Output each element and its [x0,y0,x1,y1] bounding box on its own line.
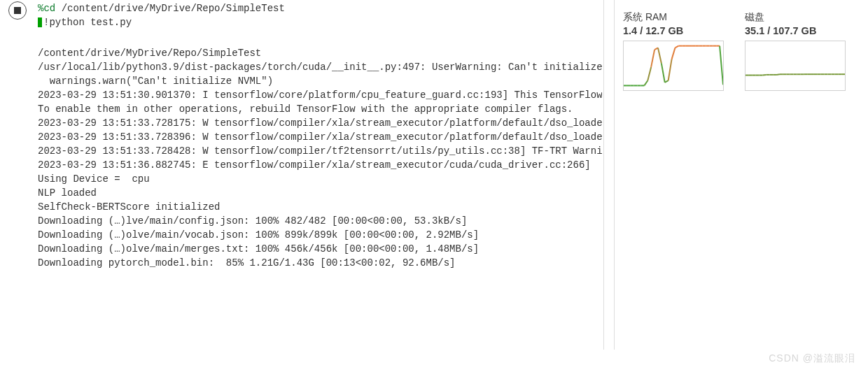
svg-line-12 [665,80,668,83]
ram-card: 系统 RAM 1.4 / 12.7 GB [623,11,728,91]
output-line: Downloading pytorch_model.bin: 85% 1.21G… [38,256,599,270]
output-line: Downloading (…)olve/main/vocab.json: 100… [38,228,599,242]
output-line: 2023-03-29 13:51:33.728428: W tensorflow… [38,144,599,158]
output-line: Downloading (…)olve/main/merges.txt: 100… [38,242,599,256]
ram-chart [623,41,724,91]
ram-value: 1.4 / 12.7 GB [623,25,728,36]
watermark: CSDN @溢流眼泪 [769,352,855,365]
stop-execution-button[interactable] [8,1,27,20]
cursor-icon [38,17,42,27]
svg-line-6 [644,80,648,85]
cd-path: /content/drive/MyDrive/Repo/SimpleTest [62,3,285,14]
code-cell-input[interactable]: %cd /content/drive/MyDrive/Repo/SimpleTe… [35,0,602,32]
stop-icon [14,7,21,14]
disk-chart [745,41,846,91]
disk-card: 磁盘 35.1 / 107.7 GB [745,11,850,91]
output-line: 2023-03-29 13:51:33.728175: W tensorflow… [38,116,599,130]
output-line: /content/drive/MyDrive/Repo/SimpleTest [38,46,599,60]
output-line: 2023-03-29 13:51:33.728396: W tensorflow… [38,130,599,144]
output-line: 2023-03-29 13:51:36.882745: E tensorflow… [38,158,599,172]
svg-line-28 [720,46,723,85]
svg-line-10 [658,48,662,63]
pane-divider[interactable] [603,0,615,350]
output-line: NLP loaded [38,186,599,200]
output-line: SelfCheck-BERTScore initialized [38,200,599,214]
shell-command: !python [43,17,85,28]
svg-line-7 [648,67,651,80]
svg-line-38 [776,74,780,75]
output-line: warnings.warn("Can't initialize NVML") [38,74,599,88]
cell-output[interactable]: /content/drive/MyDrive/Repo/SimpleTest/u… [35,32,602,372]
magic-command: %cd [38,3,55,14]
disk-value: 35.1 / 107.7 GB [745,25,850,36]
disk-title: 磁盘 [745,11,850,24]
output-line: 2023-03-29 13:51:30.901370: I tensorflow… [38,88,599,102]
ram-title: 系统 RAM [623,11,728,24]
output-line: Downloading (…)lve/main/config.json: 100… [38,214,599,228]
svg-line-34 [762,75,766,76]
svg-line-8 [651,50,654,67]
shell-args: test.py [90,17,132,28]
output-line: Using Device = cpu [38,172,599,186]
svg-line-14 [672,48,676,59]
output-line: /usr/local/lib/python3.9/dist-packages/t… [38,60,599,74]
svg-line-11 [662,63,665,83]
svg-line-15 [675,46,678,48]
output-line: To enable them in other operations, rebu… [38,102,599,116]
svg-line-13 [668,59,672,80]
